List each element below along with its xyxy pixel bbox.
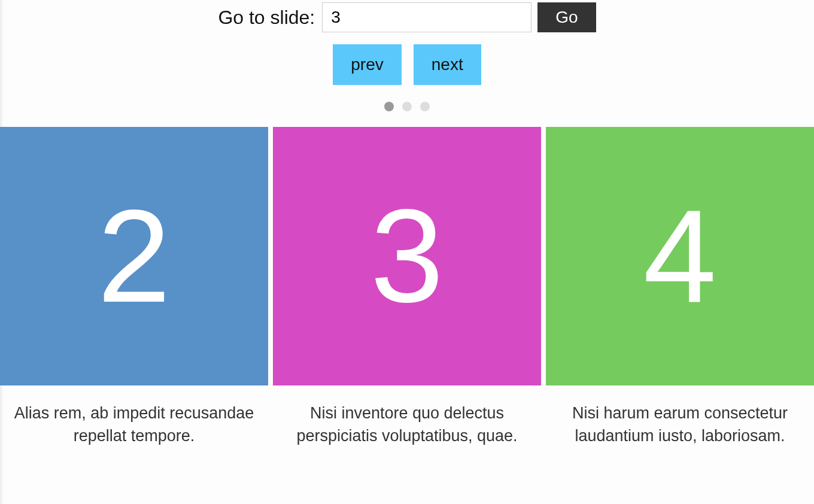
go-button[interactable]: Go <box>537 2 596 32</box>
slide-caption: Nisi inventore quo delectus perspiciatis… <box>278 402 536 448</box>
nav-row: prev next <box>0 44 814 85</box>
slide: 4Nisi harum earum consectetur laudantium… <box>546 127 814 448</box>
slide-caption: Nisi harum earum consectetur laudantium … <box>551 402 809 448</box>
slider: 2Alias rem, ab impedit recusandae repell… <box>0 127 814 448</box>
slide: 3Nisi inventore quo delectus perspiciati… <box>273 127 541 448</box>
slide-caption: Alias rem, ab impedit recusandae repella… <box>5 402 263 448</box>
pagination-dot[interactable] <box>420 102 430 111</box>
controls-bar: Go to slide: Go prev next <box>0 0 814 111</box>
slide-tile[interactable]: 2 <box>0 127 268 385</box>
pagination-dot[interactable] <box>384 102 394 111</box>
goto-label: Go to slide: <box>218 7 315 29</box>
slider-track[interactable]: 2Alias rem, ab impedit recusandae repell… <box>0 127 814 448</box>
pagination-dot[interactable] <box>402 102 412 111</box>
goto-slide-input[interactable] <box>322 2 531 32</box>
pagination-dots <box>0 102 814 111</box>
slide: 2Alias rem, ab impedit recusandae repell… <box>0 127 268 448</box>
prev-button[interactable]: prev <box>333 44 401 85</box>
slide-tile[interactable]: 4 <box>546 127 814 385</box>
goto-row: Go to slide: Go <box>218 2 596 32</box>
slide-tile[interactable]: 3 <box>273 127 541 385</box>
next-button[interactable]: next <box>414 44 481 85</box>
